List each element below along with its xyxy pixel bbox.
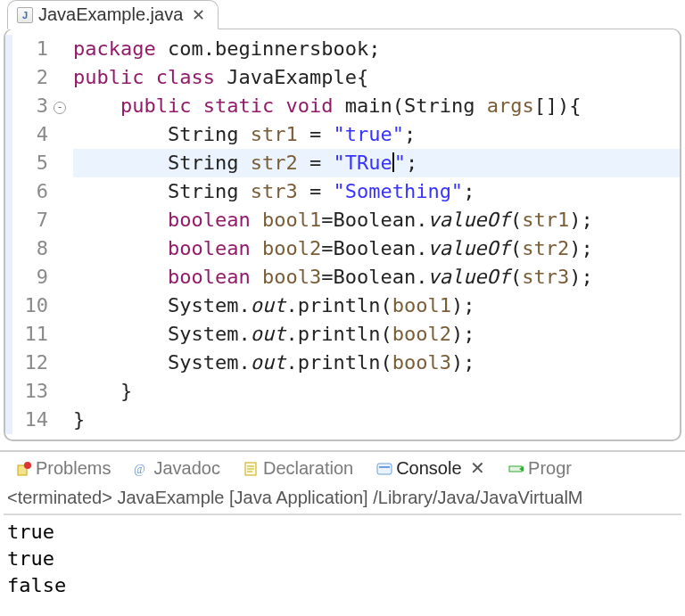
line-number: 6 [12,177,48,206]
bottom-tab-label: Javadoc [153,458,220,478]
bottom-view-tabs: Problems@JavadocDeclarationConsole ✕Prog… [0,450,685,484]
code-line[interactable]: String str1 = "true"; [73,120,680,149]
fold-cell [54,349,70,377]
fold-cell [54,177,70,206]
line-number: 1 [12,35,48,63]
fold-cell [54,263,70,292]
problems-icon [16,461,32,477]
javadoc-icon: @ [134,461,150,477]
bottom-tab-label: Problems [36,458,111,478]
close-icon[interactable]: ✕ [466,458,486,478]
bottom-tab-console[interactable]: Console ✕ [376,457,485,479]
code-line[interactable]: } [73,377,680,406]
bottom-tab-declaration[interactable]: Declaration [243,458,353,479]
code-line[interactable]: System.out.println(bool2); [73,320,680,349]
line-number: 12 [12,349,48,377]
console-line: true [7,546,678,572]
code-line[interactable]: boolean bool1=Boolean.valueOf(str1); [73,206,680,234]
fold-cell[interactable]: - [54,92,70,120]
code-line[interactable]: package com.beginnersbook; [73,35,680,63]
console-launch-header: <terminated> JavaExample [Java Applicati… [0,484,685,512]
svg-rect-5 [379,466,390,468]
fold-collapse-icon[interactable]: - [54,102,66,114]
svg-text:@: @ [134,463,145,476]
console-line: true [7,519,678,546]
line-number: 7 [12,206,48,234]
code-text-area[interactable]: package com.beginnersbook;public class J… [70,35,680,434]
bottom-tab-problems[interactable]: Problems [16,458,111,479]
line-number: 4 [12,120,48,149]
line-number: 13 [12,377,48,406]
code-line[interactable]: System.out.println(bool3); [73,349,680,377]
code-line[interactable]: boolean bool3=Boolean.valueOf(str3); [73,263,680,292]
fold-cell [54,234,70,263]
fold-cell [54,377,70,406]
line-number-gutter: 1234567891011121314 [12,35,54,434]
bottom-tab-label: Progr [528,458,572,478]
fold-cell [54,406,70,434]
code-line[interactable]: public class JavaExample{ [73,63,680,92]
console-line: false [7,572,678,599]
fold-cell [54,206,70,234]
line-number: 2 [12,63,48,92]
declaration-icon [243,461,260,477]
code-editor[interactable]: 1234567891011121314 - package com.beginn… [4,29,681,441]
editor-tab-bar: J JavaExample.java ✕ [0,0,685,29]
line-number: 5 [12,149,48,177]
line-number: 10 [12,292,48,320]
code-line[interactable]: String str3 = "Something"; [73,177,680,206]
line-number: 8 [12,234,48,263]
line-number: 11 [12,320,48,349]
line-number: 3 [12,92,48,120]
fold-cell [54,63,70,92]
bottom-tab-progress[interactable]: Progr [508,458,572,479]
code-line[interactable]: } [73,406,680,434]
fold-cell [54,35,70,63]
close-tab-icon[interactable]: ✕ [192,5,205,25]
progress-icon [508,461,524,477]
bottom-tab-label: Declaration [263,458,353,478]
fold-cell [54,120,70,149]
line-number: 9 [12,263,48,292]
java-file-icon: J [17,7,33,23]
editor-tab-filename: JavaExample.java [38,4,183,25]
fold-cell [54,149,70,177]
editor-marker-strip [5,35,12,434]
bottom-tab-label: Console [396,458,461,478]
bottom-tab-javadoc[interactable]: @Javadoc [134,458,220,479]
code-line[interactable]: boolean bool2=Boolean.valueOf(str2); [73,234,680,263]
svg-rect-4 [377,464,392,474]
editor-tab-active[interactable]: J JavaExample.java ✕ [7,0,219,29]
code-line[interactable]: String str2 = "TRue"; [73,149,680,177]
fold-cell [54,292,70,320]
line-number: 14 [12,406,48,434]
fold-column[interactable]: - [54,35,70,434]
code-line[interactable]: public static void main(String args[]){ [73,92,680,120]
svg-point-1 [24,462,31,469]
code-line[interactable]: System.out.println(bool1); [73,292,680,320]
console-icon [376,461,392,477]
fold-cell [54,320,70,349]
console-output[interactable]: truetruefalse [0,515,685,603]
